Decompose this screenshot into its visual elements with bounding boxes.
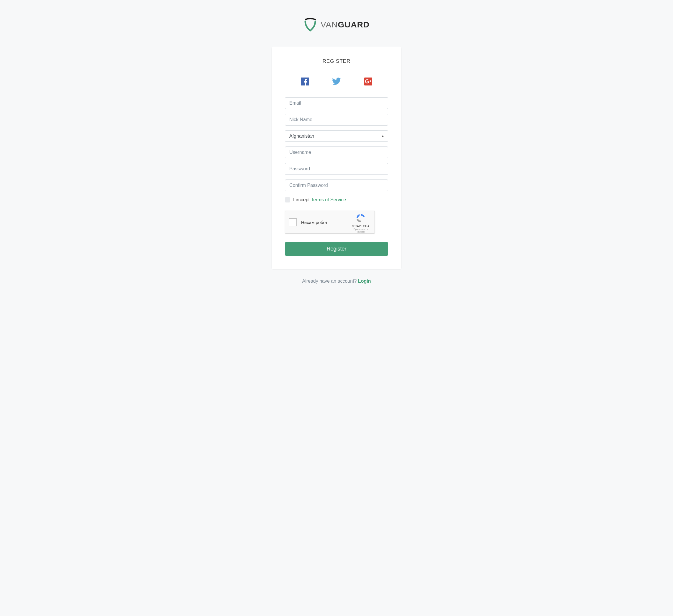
tos-row: I accept Terms of Service (285, 197, 388, 203)
recaptcha-label: Нисам робот (301, 220, 327, 225)
nickname-field[interactable] (285, 114, 388, 125)
tos-prefix: I accept (293, 197, 311, 202)
recaptcha-checkbox[interactable] (289, 218, 297, 226)
confirm-password-field[interactable] (285, 180, 388, 191)
tos-link[interactable]: Terms of Service (311, 197, 346, 202)
email-field[interactable] (285, 97, 388, 109)
recaptcha-icon (356, 213, 366, 223)
footer-prompt-text: Already have an account? (302, 279, 358, 284)
brand-text-light: VAN (320, 20, 338, 29)
login-link[interactable]: Login (358, 279, 371, 284)
recaptcha-badge: reCAPTCHA Приватност - Услови (351, 213, 371, 233)
username-field[interactable] (285, 146, 388, 158)
tos-label: I accept Terms of Service (293, 197, 346, 203)
shield-icon (303, 18, 317, 32)
register-card: REGISTER Afghanistan (272, 47, 401, 269)
facebook-icon[interactable] (301, 77, 309, 85)
brand-text: VANGUARD (320, 20, 370, 29)
recaptcha-widget: Нисам робот reCAPTCHA Приватност - Услов… (285, 211, 375, 234)
brand-logo: VANGUARD (272, 18, 401, 32)
register-button[interactable]: Register (285, 242, 388, 256)
social-login-row (285, 77, 388, 85)
twitter-icon[interactable] (332, 77, 341, 85)
brand-text-bold: GUARD (338, 20, 370, 29)
tos-checkbox[interactable] (285, 197, 290, 203)
footer-prompt: Already have an account? Login (272, 279, 401, 284)
card-title: REGISTER (285, 58, 388, 64)
country-select[interactable]: Afghanistan (285, 130, 388, 142)
recaptcha-brand: reCAPTCHA (351, 225, 371, 228)
google-plus-icon[interactable] (364, 77, 372, 85)
password-field[interactable] (285, 163, 388, 175)
recaptcha-privacy-links[interactable]: Приватност - Услови (351, 228, 371, 233)
